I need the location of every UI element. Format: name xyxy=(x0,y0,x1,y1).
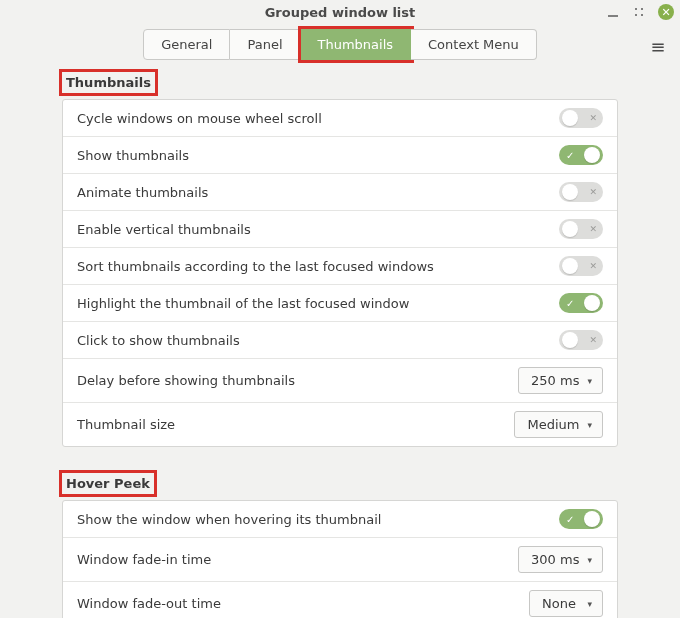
cross-icon: ✕ xyxy=(589,113,597,123)
svg-point-1 xyxy=(635,8,637,10)
section-title-thumbnails: Thumbnails xyxy=(62,72,155,93)
section-hover-peek: Hover Peek Show the window when hovering… xyxy=(62,473,618,618)
label-highlight-last: Highlight the thumbnail of the last focu… xyxy=(77,296,559,311)
check-icon: ✓ xyxy=(566,150,574,161)
svg-point-4 xyxy=(641,14,643,16)
cross-icon: ✕ xyxy=(589,261,597,271)
label-fade-in: Window fade-in time xyxy=(77,552,518,567)
dropdown-size-value: Medium xyxy=(527,417,579,432)
card-thumbnails: Cycle windows on mouse wheel scroll ✕ Sh… xyxy=(62,99,618,447)
dropdown-fade-in[interactable]: 300 ms ▾ xyxy=(518,546,603,573)
check-icon: ✓ xyxy=(566,514,574,525)
card-hover: Show the window when hovering its thumbn… xyxy=(62,500,618,618)
label-show-hover: Show the window when hovering its thumbn… xyxy=(77,512,559,527)
toggle-cycle-scroll[interactable]: ✕ xyxy=(559,108,603,128)
hamburger-icon: ≡ xyxy=(650,36,665,57)
label-vertical: Enable vertical thumbnails xyxy=(77,222,559,237)
cross-icon: ✕ xyxy=(589,335,597,345)
dropdown-delay-value: 250 ms xyxy=(531,373,579,388)
toggle-sort-last[interactable]: ✕ xyxy=(559,256,603,276)
tab-context-menu[interactable]: Context Menu xyxy=(411,29,537,60)
window-controls: ✕ xyxy=(606,4,674,20)
dropdown-delay[interactable]: 250 ms ▾ xyxy=(518,367,603,394)
section-title-hover: Hover Peek xyxy=(62,473,154,494)
titlebar: Grouped window list ✕ xyxy=(0,0,680,24)
tab-general[interactable]: General xyxy=(143,29,230,60)
dropdown-fade-in-value: 300 ms xyxy=(531,552,579,567)
svg-point-2 xyxy=(641,8,643,10)
label-sort-last: Sort thumbnails according to the last fo… xyxy=(77,259,559,274)
section-thumbnails: Thumbnails Cycle windows on mouse wheel … xyxy=(62,72,618,447)
chevron-down-icon: ▾ xyxy=(587,420,592,430)
tab-group: General Panel Thumbnails Context Menu xyxy=(143,29,537,60)
row-fade-in: Window fade-in time 300 ms ▾ xyxy=(63,537,617,581)
content: Thumbnails Cycle windows on mouse wheel … xyxy=(0,64,680,618)
label-cycle-scroll: Cycle windows on mouse wheel scroll xyxy=(77,111,559,126)
label-fade-out: Window fade-out time xyxy=(77,596,529,611)
close-button[interactable]: ✕ xyxy=(658,4,674,20)
dropdown-size[interactable]: Medium ▾ xyxy=(514,411,603,438)
dropdown-fade-out-value: None xyxy=(542,596,576,611)
cross-icon: ✕ xyxy=(589,187,597,197)
cross-icon: ✕ xyxy=(589,224,597,234)
chevron-down-icon: ▾ xyxy=(587,555,592,565)
row-fade-out: Window fade-out time None ▾ xyxy=(63,581,617,618)
check-icon: ✓ xyxy=(566,298,574,309)
row-show-hover: Show the window when hovering its thumbn… xyxy=(63,501,617,537)
minimize-button[interactable] xyxy=(606,5,620,19)
label-animate: Animate thumbnails xyxy=(77,185,559,200)
toggle-animate[interactable]: ✕ xyxy=(559,182,603,202)
row-animate: Animate thumbnails ✕ xyxy=(63,173,617,210)
row-vertical: Enable vertical thumbnails ✕ xyxy=(63,210,617,247)
maximize-button[interactable] xyxy=(632,5,646,19)
toggle-vertical[interactable]: ✕ xyxy=(559,219,603,239)
row-size: Thumbnail size Medium ▾ xyxy=(63,402,617,446)
label-click-show: Click to show thumbnails xyxy=(77,333,559,348)
toggle-show-hover[interactable]: ✓ xyxy=(559,509,603,529)
row-show-thumbs: Show thumbnails ✓ xyxy=(63,136,617,173)
toolbar: General Panel Thumbnails Context Menu ≡ xyxy=(0,24,680,64)
svg-point-3 xyxy=(635,14,637,16)
toggle-highlight-last[interactable]: ✓ xyxy=(559,293,603,313)
row-sort-last: Sort thumbnails according to the last fo… xyxy=(63,247,617,284)
chevron-down-icon: ▾ xyxy=(587,376,592,386)
label-size: Thumbnail size xyxy=(77,417,514,432)
row-click-show: Click to show thumbnails ✕ xyxy=(63,321,617,358)
window-title: Grouped window list xyxy=(0,5,680,20)
row-delay: Delay before showing thumbnails 250 ms ▾ xyxy=(63,358,617,402)
hamburger-menu-button[interactable]: ≡ xyxy=(646,34,670,58)
row-cycle-scroll: Cycle windows on mouse wheel scroll ✕ xyxy=(63,100,617,136)
toggle-show-thumbs[interactable]: ✓ xyxy=(559,145,603,165)
tab-thumbnails[interactable]: Thumbnails xyxy=(301,29,412,60)
toggle-click-show[interactable]: ✕ xyxy=(559,330,603,350)
close-icon: ✕ xyxy=(661,7,670,18)
row-highlight-last: Highlight the thumbnail of the last focu… xyxy=(63,284,617,321)
label-show-thumbs: Show thumbnails xyxy=(77,148,559,163)
label-delay: Delay before showing thumbnails xyxy=(77,373,518,388)
dropdown-fade-out[interactable]: None ▾ xyxy=(529,590,603,617)
chevron-down-icon: ▾ xyxy=(587,599,592,609)
tab-panel[interactable]: Panel xyxy=(230,29,300,60)
